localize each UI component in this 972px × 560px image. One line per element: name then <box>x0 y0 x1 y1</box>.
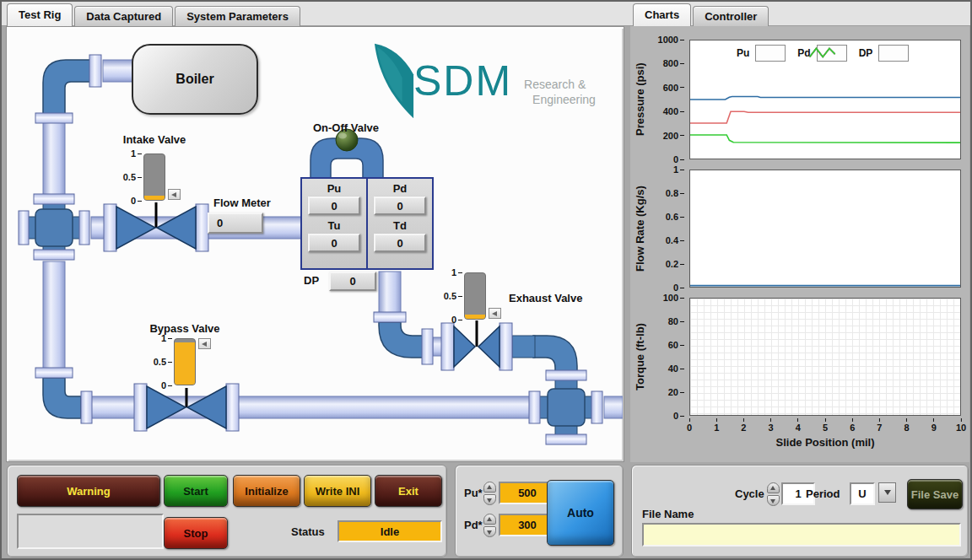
write-ini-button[interactable]: Write INI <box>304 475 371 507</box>
intake-valve-pointer[interactable] <box>168 189 181 200</box>
tab-data-captured[interactable]: Data Captured <box>74 6 173 26</box>
flow-plot-area <box>689 170 961 288</box>
dp-label: DP <box>304 274 319 287</box>
flow-y-ticks: 00.20.40.60.81 <box>652 170 684 288</box>
intake-valve-track[interactable] <box>143 153 165 201</box>
y-tick-label: 200 <box>663 131 684 141</box>
charts-tab-bar: Charts Controller <box>633 3 769 26</box>
y-tick-label: 0.4 <box>666 235 684 245</box>
status-label: Status <box>291 525 325 538</box>
torque-plot-area <box>689 298 961 416</box>
y-tick-label: 20 <box>668 387 684 397</box>
torque-y-axis-label: Torque (ft-lb) <box>634 298 646 416</box>
td-label: Td <box>393 219 407 232</box>
pd-setpoint-label: Pd* <box>464 519 483 531</box>
file-save-button[interactable]: File Save <box>907 479 963 509</box>
message-display <box>17 514 164 549</box>
stop-button[interactable]: Stop <box>164 517 228 549</box>
bypass-valve-scale: 1 0.5 0 <box>151 333 172 389</box>
y-tick-label: 0 <box>673 283 684 293</box>
exhaust-valve-label: Exhaust Valve <box>509 292 582 304</box>
x-tick-label: 7 <box>877 418 882 433</box>
y-tick-label: 0.8 <box>666 188 684 198</box>
bypass-valve-pointer[interactable] <box>198 338 211 349</box>
sdm-logo-tagline: Research & Engineering <box>524 77 596 107</box>
y-tick-label: 600 <box>663 83 684 93</box>
onoff-valve-label: On-Off Valve <box>295 121 397 134</box>
x-tick-label: 9 <box>932 418 937 433</box>
pd-label: Pd <box>393 182 408 195</box>
x-tick-label: 0 <box>687 418 692 433</box>
downstream-sensor-column: Pd 0 Td 0 <box>366 179 432 268</box>
pressure-chart-legend: PuPdDP <box>737 45 909 62</box>
x-axis-label: Slide Position (mil) <box>689 436 961 449</box>
sdm-logo-text: SDM <box>413 43 512 119</box>
x-tick-label: 4 <box>796 418 801 433</box>
increment-icon[interactable] <box>483 514 496 525</box>
sensor-cluster: Pu 0 Tu 0 Pd 0 Td 0 <box>300 177 434 270</box>
run-control-group: Warning Start Initialize Write INI Exit … <box>7 465 447 557</box>
x-tick-label: 5 <box>823 418 828 433</box>
pressure-plot-area: PuPdDP <box>689 40 961 159</box>
pu-setpoint-label: Pu* <box>464 487 483 499</box>
lower-cross-junction <box>529 370 602 444</box>
flow-meter-display: 0 <box>208 213 263 234</box>
td-display: 0 <box>374 234 426 252</box>
cycle-label: Cycle <box>735 487 764 500</box>
boiler-label: Boiler <box>176 72 213 87</box>
torque-y-ticks: 020406080100 <box>652 298 684 416</box>
exit-button[interactable]: Exit <box>375 475 442 507</box>
setpoint-group: Pu* 500 Pd* 300 Auto <box>455 465 624 557</box>
x-tick-label: 2 <box>741 418 746 433</box>
pu-label: Pu <box>327 182 342 195</box>
tab-system-parameters[interactable]: System Parameters <box>175 6 300 26</box>
tu-label: Tu <box>328 219 341 232</box>
warning-button[interactable]: Warning <box>17 475 160 507</box>
y-tick-label: 60 <box>668 340 684 350</box>
file-name-input[interactable] <box>642 523 961 547</box>
bypass-valve-track[interactable] <box>174 338 196 385</box>
period-label: Period <box>806 487 840 500</box>
legend-item-dp: DP <box>859 45 910 62</box>
status-indicator: Idle <box>338 520 442 542</box>
tab-test-rig[interactable]: Test Rig <box>7 3 73 26</box>
flow-meter-label: Flow Meter <box>213 197 271 209</box>
test-rig-diagram-panel: Boiler SDM Research & Engineering Intake… <box>6 26 624 462</box>
y-tick-label: 1000 <box>658 35 684 45</box>
upper-cross-junction <box>19 194 89 260</box>
bypass-valve-label: Bypass Valve <box>130 322 240 335</box>
x-tick-label: 6 <box>850 418 855 433</box>
y-tick-label: 80 <box>668 316 684 326</box>
chart-series-lines <box>690 299 960 415</box>
y-tick-label: 800 <box>663 58 684 68</box>
initialize-button[interactable]: Initialize <box>233 475 300 507</box>
period-field[interactable]: U <box>850 482 875 505</box>
decrement-icon[interactable] <box>767 495 780 506</box>
increment-icon[interactable] <box>483 482 496 493</box>
main-tab-bar: Test Rig Data Captured System Parameters <box>7 3 300 26</box>
y-tick-label: 0.6 <box>666 212 684 222</box>
start-button[interactable]: Start <box>164 475 228 507</box>
exhaust-valve-pointer[interactable] <box>489 308 501 319</box>
tu-display: 0 <box>308 234 360 252</box>
increment-icon[interactable] <box>767 482 780 493</box>
intake-valve-label: Intake Valve <box>91 133 218 146</box>
cycle-spinner[interactable] <box>767 482 780 506</box>
pu-setpoint-spinner[interactable] <box>483 482 496 505</box>
x-tick-label: 8 <box>904 418 910 433</box>
tab-charts[interactable]: Charts <box>633 3 691 26</box>
y-tick-label: 0 <box>673 411 684 421</box>
tab-controller[interactable]: Controller <box>693 6 769 26</box>
charts-panel: Pressure (psi) 02004006008001000 PuPdDP … <box>630 26 969 462</box>
x-tick-label: 1 <box>714 418 719 433</box>
x-tick-label: 10 <box>956 418 966 433</box>
pd-setpoint-spinner[interactable] <box>483 514 496 537</box>
auto-button[interactable]: Auto <box>547 480 614 546</box>
exhaust-valve-track[interactable] <box>464 272 486 320</box>
exhaust-valve-scale: 1 0.5 0 <box>441 267 462 323</box>
y-tick-label: 40 <box>668 363 684 374</box>
decrement-icon[interactable] <box>483 494 496 505</box>
period-dropdown-icon[interactable] <box>878 482 896 503</box>
decrement-icon[interactable] <box>483 526 496 537</box>
y-tick-label: 0 <box>673 154 684 164</box>
